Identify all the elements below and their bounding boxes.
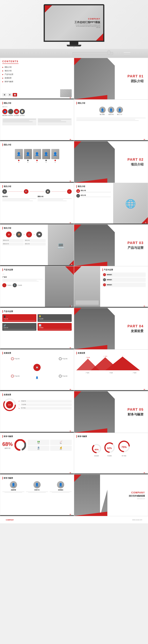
proj3-icon-2: 📦 [16,232,22,238]
team1-label-3: 企业愿景 [14,114,19,116]
slide-part01: PART 01 团队介绍 [74,58,148,100]
finance3-members: 👤 成就荣誉 👤 投资方向 👤 发展规划 [2,481,72,493]
slide-project2: 项目介绍 📅 团队介绍 🛒 相关介绍 [74,183,148,224]
gray-bar-project1 [0,224,74,224]
gray-bar-project3 [0,265,74,266]
dot-team1-1 [70,139,71,140]
part01-content: PART 01 团队介绍 [128,74,144,83]
project-flow-icon-3: 📋 [45,189,50,194]
team1-text-row [2,118,72,126]
person-label-1: A [18,162,19,163]
dot-proj3-2 [71,264,72,265]
prod3-c2-line [39,320,71,321]
team2-members: 👤 核心团队 👤 成员介绍 👤 核心人才 [76,106,146,116]
finance1-icon-2: 📈 增长 [50,440,72,445]
dev3-circle-svg: 发展 [2,398,17,412]
nav-dots-product1 [70,306,72,306]
dev1-spoke-1: 产品介绍 [11,357,19,360]
person-label-3: C [37,162,37,163]
apple-logo-icon:  [74,45,75,48]
person-col-5: 👤 E [51,149,59,163]
svg-text:广告词: 广告词 [121,356,125,356]
dot-fin3-1 [70,514,71,515]
part05-number: PART 05 [128,408,144,412]
product1-icon-label-1: 产品特点 [7,284,11,286]
gray-bar-finance3 [0,515,74,516]
gray-bar-team3 [0,182,74,183]
project1-card-2: 重要介绍 [38,196,72,201]
product3-card-gray-2: 🔗 运营介绍 [2,323,36,331]
person-dot-2 [27,160,29,161]
dot-dev1-2 [71,389,72,390]
project3-right-img: 💻 [48,225,74,266]
dev3-flow: 发展 ↗ 市场扩展 → 产品升级 ↘ 用户增长 [2,398,72,412]
team1-col-1: 👥 团队精神 [2,109,7,116]
project1-title: 项目介绍 [2,185,72,188]
gray-bar-team2 [74,140,148,141]
team1-text-blocks [2,118,72,126]
dot-prod3-2 [71,347,72,348]
f3-line-4 [28,492,46,493]
model3-icon: 03 [103,284,106,286]
project1-item-1: 项目简介 [2,196,36,198]
project2-red-tri [141,217,148,224]
dev1-center-circle: 📊 [33,364,41,371]
part02-content: PART 02 项目介绍 [128,158,144,167]
laptop-icon: 💻 [57,242,64,249]
finance1-percent: 68% [2,441,13,447]
contents-item-2: ▶ 项目介绍 [2,70,72,72]
part04-content: PART 04 发展前景 [128,324,144,333]
prod3-card2-title: 产品优势 [39,318,71,320]
product1-icon-item-2: 🔍 产品优势 [13,283,22,287]
dev3-circular: 发展 [2,398,17,412]
finance3-photo-2: 👤 [33,481,41,488]
flow-line-1 [8,192,22,192]
p1-line-2 [2,280,37,280]
part05-content: PART 05 财务与融资 [128,408,144,416]
dev1-spoke-4: 产品介绍 [59,375,67,378]
dev1-node-4 [59,375,62,378]
proj3-circle-1: ⚙ [6,232,12,238]
closing-tagline: 演示完毕感谢观看 [129,495,145,497]
contents-label-1: 团队介绍 [5,66,11,68]
dev1-spoke-label-3: 产品介绍 [14,375,19,377]
vision-icon: 🏢 [14,109,19,114]
product2-left-img [74,266,100,308]
prod3-card1-title: 产品介绍 [3,318,35,320]
contents-list: ▶ 团队介绍 ▶ 项目介绍 ▶ 产品与运营 ▶ 发展前景 ▶ 财务与融资 [2,66,72,83]
dev2-item-1: 广告词 [76,372,99,374]
gray-bar-dev1 [0,390,74,391]
contents-icons: 🖥 ⚙ 📊 [2,93,17,96]
dev2-item-2: 广告词 [100,372,122,374]
contents-label-4: 发展前景 [5,77,11,79]
person-photo-2: 👤 [108,106,114,113]
dev3-arrow-1: ↗ [18,400,20,402]
nav-dots-product2 [144,306,146,306]
proj2-bar-2 [81,196,111,197]
product1-adtext: 广告词 [2,276,43,278]
dot-prod2-2 [145,306,146,306]
dot-team3-2 [71,181,72,182]
slide-contents: CONTENTS ▶ 团队介绍 ▶ 项目介绍 ▶ 产品与运营 ▶ 发展前景 [0,58,74,100]
hero-title-cn: 工作总结汇报PPT模板 [74,20,100,24]
product3-inner: 产品与运营 📱 产品介绍 💡 产品优势 🔗 运营介绍 [0,308,74,349]
nav-dots-project2 [144,222,146,223]
prod3-c3-line [3,329,35,330]
prod3-card1-icon: 📱 [3,315,35,318]
dev2-inner: 发展前景 广告词 广告词 广告词 Q1 Q2 Q3 Q4 [74,350,148,391]
dev3-flow-item-2: → 产品升级 [18,404,72,406]
monitor-base [70,42,78,45]
team2-text [76,118,146,121]
nav-dots-project3 [70,264,72,265]
dev3-item-label-3: 用户增长 [20,407,72,410]
product3-card-gray-1: 💡 产品优势 [38,314,72,322]
svg-text:广告词: 广告词 [103,356,107,357]
bank-icon: 🏦 [28,446,49,449]
product2-red-tri-tl [74,266,81,274]
project2-left: 项目介绍 📅 团队介绍 🛒 相关介绍 [74,183,113,224]
product2-model-2: 02 销售模式 [102,278,146,282]
project-flow-icon-4: ✓ [67,189,72,194]
model2-label: 销售模式 [107,279,112,281]
footer-watermark: www.sucai.com [132,519,142,520]
person-img-3: 👤 [33,149,41,159]
